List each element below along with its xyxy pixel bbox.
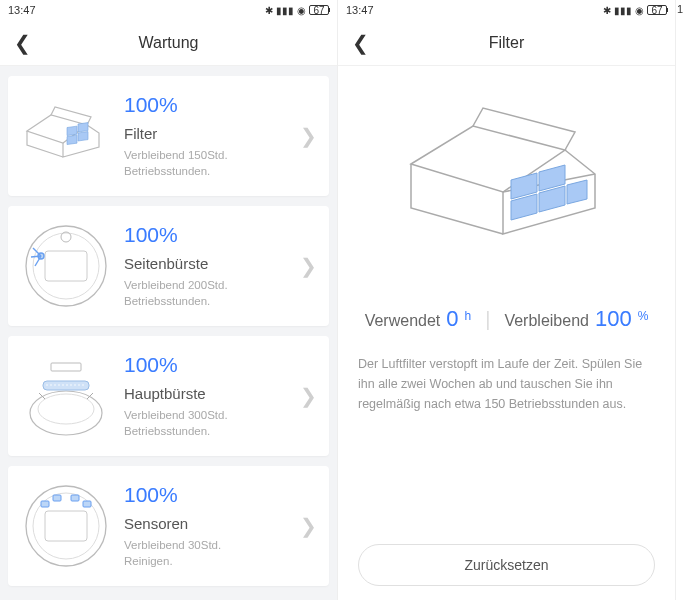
maintenance-item-main-brush[interactable]: 100% Hauptbürste Verbleibend 300Std. Bet…	[8, 336, 329, 456]
card-title: Seitenbürste	[124, 255, 288, 272]
main-brush-illustration	[20, 350, 112, 442]
page-title: Wartung	[139, 34, 199, 52]
bluetooth-icon: ✱	[603, 5, 611, 16]
maintenance-item-sensors[interactable]: 100% Sensoren Verbleibend 30Std. Reinige…	[8, 466, 329, 586]
percent-value: 100%	[124, 223, 288, 247]
page-title: Filter	[489, 34, 525, 52]
card-content: 100% Seitenbürste Verbleibend 200Std. Be…	[124, 223, 288, 309]
side-brush-illustration	[20, 220, 112, 312]
svg-rect-3	[78, 132, 88, 141]
signal-icon: ▮▮▮	[614, 5, 632, 16]
svg-point-5	[33, 233, 99, 299]
nav-bar: ❮ Filter	[338, 20, 675, 66]
svg-line-9	[33, 248, 41, 256]
card-subtitle: Verbleibend 150Std. Betriebsstunden.	[124, 148, 288, 179]
percent-value: 100%	[124, 353, 288, 377]
svg-rect-1	[78, 123, 88, 132]
card-title: Sensoren	[124, 515, 288, 532]
screen-filter-detail: 13:47 ✱ ▮▮▮ ◉ 67 ❮ Filter	[338, 0, 676, 600]
remaining-unit: %	[638, 309, 649, 323]
chevron-right-icon: ❯	[300, 514, 317, 538]
maintenance-item-filter[interactable]: 100% Filter Verbleibend 150Std. Betriebs…	[8, 76, 329, 196]
svg-point-19	[26, 486, 106, 566]
percent-value: 100%	[124, 93, 288, 117]
stat-remaining: Verbleibend 100%	[504, 306, 648, 332]
battery-icon: 67	[647, 5, 667, 15]
used-value: 0	[446, 306, 458, 332]
signal-icon: ▮▮▮	[276, 5, 294, 16]
svg-rect-24	[53, 495, 61, 501]
status-time: 13:47	[8, 4, 36, 16]
filter-large-illustration	[358, 90, 655, 280]
svg-rect-7	[45, 251, 87, 281]
sensors-illustration	[20, 480, 112, 572]
battery-icon: 67	[309, 5, 329, 15]
remaining-value: 100	[595, 306, 632, 332]
status-icons: ✱ ▮▮▮ ◉ 67	[603, 5, 667, 16]
stat-divider: |	[485, 308, 490, 331]
svg-line-10	[31, 256, 41, 257]
percent-value: 100%	[124, 483, 288, 507]
svg-rect-0	[67, 126, 77, 135]
maintenance-list[interactable]: 100% Filter Verbleibend 150Std. Betriebs…	[0, 66, 337, 600]
edge-strip: 1	[676, 0, 684, 600]
status-bar: 13:47 ✱ ▮▮▮ ◉ 67	[0, 0, 337, 20]
svg-rect-23	[83, 501, 91, 507]
card-subtitle: Verbleibend 30Std. Reinigen.	[124, 538, 288, 569]
used-label: Verwendet	[365, 312, 441, 330]
reset-button[interactable]: Zurücksetzen	[358, 544, 655, 586]
filter-description: Der Luftfilter verstopft im Laufe der Ze…	[358, 354, 655, 414]
nav-bar: ❮ Wartung	[0, 20, 337, 66]
svg-point-13	[38, 394, 94, 424]
reset-label: Zurücksetzen	[464, 557, 548, 573]
back-button[interactable]: ❮	[352, 31, 369, 55]
svg-rect-21	[45, 511, 87, 541]
back-button[interactable]: ❮	[14, 31, 31, 55]
bluetooth-icon: ✱	[265, 5, 273, 16]
svg-rect-2	[67, 135, 77, 144]
status-icons: ✱ ▮▮▮ ◉ 67	[265, 5, 329, 16]
edge-time-fragment: 1	[677, 3, 683, 15]
card-subtitle: Verbleibend 300Std. Betriebsstunden.	[124, 408, 288, 439]
svg-point-12	[30, 391, 102, 435]
detail-body: Verwendet 0h | Verbleibend 100% Der Luft…	[338, 66, 675, 600]
filter-illustration	[20, 90, 112, 182]
card-content: 100% Hauptbürste Verbleibend 300Std. Bet…	[124, 353, 288, 439]
used-unit: h	[465, 309, 472, 323]
chevron-right-icon: ❯	[300, 254, 317, 278]
svg-rect-25	[71, 495, 79, 501]
svg-rect-16	[51, 363, 81, 371]
chevron-right-icon: ❯	[300, 124, 317, 148]
remaining-label: Verbleibend	[504, 312, 589, 330]
status-time: 13:47	[346, 4, 374, 16]
svg-rect-22	[41, 501, 49, 507]
maintenance-item-side-brush[interactable]: 100% Seitenbürste Verbleibend 200Std. Be…	[8, 206, 329, 326]
card-title: Hauptbürste	[124, 385, 288, 402]
svg-point-4	[26, 226, 106, 306]
card-title: Filter	[124, 125, 288, 142]
wifi-icon: ◉	[635, 5, 644, 16]
svg-rect-14	[43, 381, 89, 390]
card-subtitle: Verbleibend 200Std. Betriebsstunden.	[124, 278, 288, 309]
card-content: 100% Sensoren Verbleibend 30Std. Reinige…	[124, 483, 288, 569]
status-bar: 13:47 ✱ ▮▮▮ ◉ 67	[338, 0, 675, 20]
wifi-icon: ◉	[297, 5, 306, 16]
card-content: 100% Filter Verbleibend 150Std. Betriebs…	[124, 93, 288, 179]
stats-row: Verwendet 0h | Verbleibend 100%	[358, 306, 655, 332]
chevron-right-icon: ❯	[300, 384, 317, 408]
stat-used: Verwendet 0h	[365, 306, 472, 332]
screen-maintenance: 13:47 ✱ ▮▮▮ ◉ 67 ❮ Wartung	[0, 0, 338, 600]
